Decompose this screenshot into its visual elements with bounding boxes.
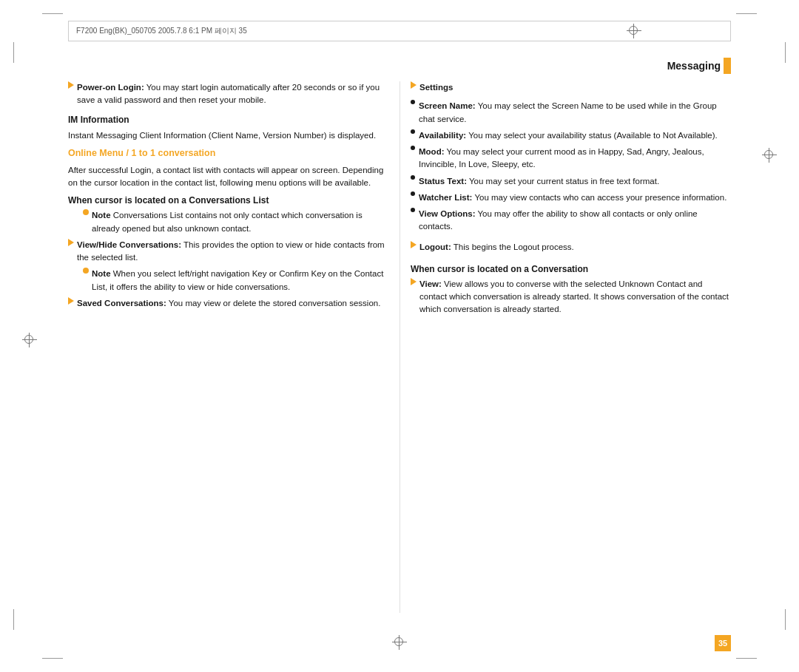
right-column: Settings Screen Name: You may select the… — [411, 81, 731, 613]
triangle-bullet-icon — [411, 241, 417, 248]
availability-item: Availability: You may select your availa… — [411, 129, 731, 142]
screen-name-item: Screen Name: You may select the Screen N… — [411, 100, 731, 126]
bottom-crosshair — [392, 635, 407, 650]
screen-name-label: Screen Name: — [419, 101, 476, 110]
view-conversation-text: View: View allows you to converse with t… — [419, 278, 731, 316]
online-menu-intro: After successful Login, a contact list w… — [68, 164, 388, 190]
availability-body: You may select your availability status … — [468, 131, 718, 140]
messaging-label: Messaging — [667, 58, 731, 74]
conversations-list-heading: When cursor is located on a Conversation… — [68, 195, 388, 206]
view-hide-text: View/Hide Conversations: This provides t… — [77, 239, 388, 265]
note2-item: Note When you select left/right navigati… — [83, 268, 388, 293]
messaging-text: Messaging — [667, 60, 721, 72]
triangle-bullet-icon — [411, 278, 417, 285]
logout-text: Logout: This begins the Logout process. — [419, 241, 731, 254]
online-menu-title: Online Menu / 1 to 1 conversation — [68, 148, 388, 158]
border-mark — [736, 658, 757, 659]
view-options-item: View Options: You may offer the ability … — [411, 208, 731, 234]
circle-bullet-icon — [83, 268, 89, 274]
logout-label: Logout: — [419, 242, 451, 251]
logout-item: Logout: This begins the Logout process. — [411, 241, 731, 254]
im-info-title: IM Information — [68, 115, 388, 125]
note1-body: Conversations List contains not only con… — [92, 211, 363, 232]
triangle-bullet-icon — [68, 81, 74, 89]
logout-body: This begins the Logout process. — [454, 242, 574, 251]
border-mark — [13, 609, 14, 630]
power-on-login-label: Power-on Login: — [77, 83, 144, 92]
view-hide-item: View/Hide Conversations: This provides t… — [68, 239, 388, 265]
circle-bullet-icon — [83, 209, 89, 215]
triangle-bullet-icon — [68, 239, 74, 246]
dot-bullet-icon — [411, 175, 415, 180]
dot-bullet-icon — [411, 191, 415, 196]
availability-text: Availability: You may select your availa… — [419, 129, 731, 142]
watcher-list-text: Watcher List: You may view contacts who … — [419, 191, 731, 204]
status-text-text: Status Text: You may set your current st… — [419, 175, 731, 188]
header-text: F7200 Eng(BK)_050705 2005.7.8 6:1 PM 페이지… — [76, 26, 247, 36]
status-text-label: Status Text: — [419, 177, 467, 186]
im-info-text: Instant Messaging Client Information (Cl… — [68, 129, 388, 142]
header-bar: F7200 Eng(BK)_050705 2005.7.8 6:1 PM 페이지… — [68, 21, 731, 41]
note2-text: Note When you select left/right navigati… — [92, 268, 388, 293]
note2-label: Note — [92, 269, 111, 278]
saved-conversations-item: Saved Conversations: You may view or del… — [68, 297, 388, 310]
availability-label: Availability: — [419, 131, 466, 140]
mood-text: Mood: You may select your current mood a… — [419, 146, 731, 172]
right-crosshair — [762, 148, 777, 163]
power-on-login-item: Power-on Login: You may start login auto… — [68, 81, 388, 107]
saved-conversations-text: Saved Conversations: You may view or del… — [77, 297, 388, 310]
triangle-bullet-icon — [68, 297, 74, 305]
border-mark — [785, 42, 786, 63]
page-container: F7200 Eng(BK)_050705 2005.7.8 6:1 PM 페이지… — [0, 0, 799, 672]
border-mark — [785, 609, 786, 630]
mood-item: Mood: You may select your current mood a… — [411, 146, 731, 172]
screen-name-text: Screen Name: You may select the Screen N… — [419, 100, 731, 126]
view-options-label: View Options: — [419, 209, 475, 218]
column-divider — [400, 81, 400, 613]
watcher-list-label: Watcher List: — [419, 193, 472, 202]
view-conversation-body: View allows you to converse with the sel… — [419, 279, 729, 314]
dot-bullet-icon — [411, 208, 415, 212]
border-mark — [736, 13, 757, 14]
page-number: 35 — [715, 635, 731, 651]
watcher-list-item: Watcher List: You may view contacts who … — [411, 191, 731, 204]
mood-label: Mood: — [419, 147, 444, 156]
settings-heading-item: Settings — [411, 81, 731, 94]
when-cursor-heading: When cursor is located on a Conversation — [411, 264, 731, 274]
left-crosshair — [22, 333, 37, 347]
settings-label: Settings — [419, 81, 453, 94]
left-column: Power-on Login: You may start login auto… — [68, 81, 388, 613]
header-crosshair — [627, 24, 641, 38]
status-text-body: You may set your current status in free … — [469, 177, 659, 186]
dot-bullet-icon — [411, 100, 415, 104]
note2-body: When you select left/right navigation Ke… — [92, 269, 383, 291]
note1-item: Note Conversations List contains not onl… — [83, 209, 388, 235]
dot-bullet-icon — [411, 146, 415, 150]
border-mark — [42, 658, 63, 659]
view-hide-label: View/Hide Conversations: — [77, 240, 181, 249]
border-mark — [13, 42, 14, 63]
saved-conversations-body: You may view or delete the stored conver… — [169, 299, 381, 308]
view-conversation-item: View: View allows you to converse with t… — [411, 278, 731, 316]
watcher-list-body: You may view contacts who can access you… — [474, 193, 726, 202]
power-on-login-text: Power-on Login: You may start login auto… — [77, 81, 388, 107]
view-conversation-label: View: — [419, 279, 442, 288]
view-options-text: View Options: You may offer the ability … — [419, 208, 731, 234]
note1-label: Note — [92, 211, 111, 220]
mood-body: You may select your current mood as in H… — [419, 147, 704, 169]
status-text-item: Status Text: You may set your current st… — [411, 175, 731, 188]
dot-bullet-icon — [411, 129, 415, 134]
triangle-bullet-icon — [411, 81, 417, 89]
messaging-accent — [724, 58, 731, 74]
saved-conversations-label: Saved Conversations: — [77, 299, 166, 308]
border-mark — [42, 13, 63, 14]
note1-text: Note Conversations List contains not onl… — [92, 209, 388, 235]
